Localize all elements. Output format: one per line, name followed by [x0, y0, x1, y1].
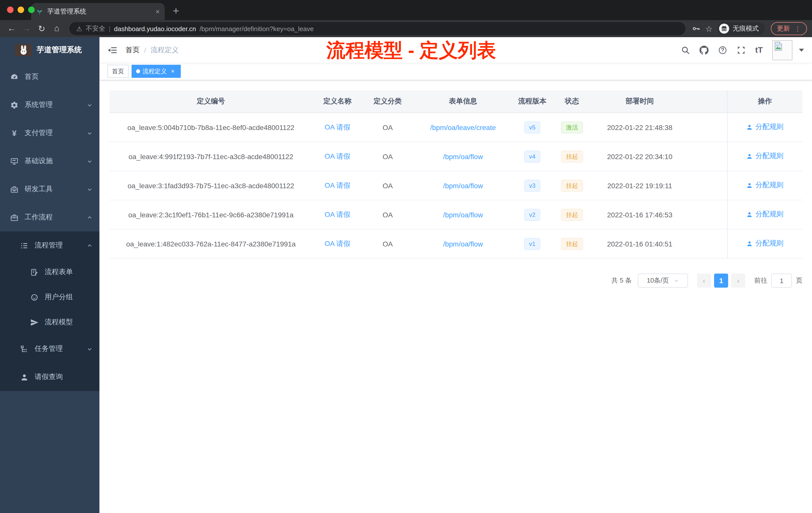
- sidebar-item-task-mgmt[interactable]: 任务管理: [0, 335, 99, 363]
- font-size-icon[interactable]: tT: [755, 46, 763, 55]
- prev-page-button[interactable]: ‹: [697, 274, 711, 288]
- url-path: /bpm/manager/definition?key=oa_leave: [200, 25, 678, 32]
- definition-name-link[interactable]: OA 请假: [325, 239, 350, 247]
- next-page-button[interactable]: ›: [731, 274, 745, 288]
- gear-icon: [10, 101, 19, 109]
- sidebar-item-home[interactable]: 首页: [0, 63, 99, 91]
- sidebar-item-label: 首页: [25, 72, 92, 81]
- goto-page-input[interactable]: [771, 274, 792, 288]
- cell-id: oa_leave:2:3c1f0ef1-76b1-11ec-9c66-a2380…: [110, 200, 312, 229]
- cell-id: oa_leave:5:004b710b-7b8a-11ec-8ef0-acde4…: [110, 113, 312, 142]
- sidebar-item-process-model[interactable]: 流程模型: [0, 310, 99, 335]
- org-tree-icon: [20, 344, 29, 353]
- tag-close-icon[interactable]: ×: [169, 68, 176, 75]
- person-icon: [20, 373, 29, 381]
- help-icon[interactable]: [718, 46, 727, 55]
- search-icon[interactable]: [681, 46, 690, 55]
- incognito-icon: [719, 24, 729, 34]
- cell-id: oa_leave:4:991f2193-7b7f-11ec-a3c8-acde4…: [110, 142, 312, 171]
- new-tab-button[interactable]: +: [173, 5, 179, 17]
- col-header-version: 流程版本: [513, 90, 551, 113]
- sidebar-item-process-form[interactable]: 流程表单: [0, 260, 99, 284]
- tab-title: 芋道管理系统: [47, 7, 152, 16]
- chevron-down-icon: [87, 130, 92, 136]
- form-link[interactable]: /bpm/oa/flow: [443, 181, 483, 189]
- back-icon[interactable]: ←: [5, 24, 18, 34]
- tab-close-icon[interactable]: ×: [156, 7, 160, 16]
- table-row: oa_leave:2:3c1f0ef1-76b1-11ec-9c66-a2380…: [110, 200, 803, 229]
- url-divider: |: [109, 25, 111, 32]
- sidebar-item-user-group[interactable]: 用户分组: [0, 284, 99, 310]
- sidebar-item-leave-query[interactable]: 请假查询: [0, 363, 99, 391]
- briefcase-icon: [10, 213, 19, 221]
- avatar-dropdown-caret-icon[interactable]: [799, 49, 804, 52]
- browser-tab[interactable]: 芋道管理系统 ×: [31, 3, 165, 20]
- close-window-button[interactable]: [7, 6, 13, 13]
- robot-face-icon: [30, 293, 39, 301]
- red-annotation-title: 流程模型 - 定义列表: [326, 40, 496, 60]
- assign-rule-link[interactable]: 分配规则: [747, 239, 784, 248]
- assign-rule-link[interactable]: 分配规则: [747, 152, 784, 161]
- document-edit-icon: [30, 268, 39, 276]
- chevron-up-icon: [87, 215, 92, 220]
- sidebar-item-label: 工作流程: [25, 213, 81, 222]
- sidebar-item-process-mgmt[interactable]: 流程管理: [0, 232, 99, 260]
- form-link[interactable]: /bpm/oa/flow: [443, 240, 483, 248]
- version-badge: v4: [524, 150, 540, 162]
- sidebar-collapse-icon[interactable]: [108, 45, 117, 55]
- cell-deploy-time: 2022-01-22 21:48:38: [592, 113, 687, 142]
- browser-update-button[interactable]: 更新 ⋮: [771, 22, 807, 35]
- breadcrumb-home[interactable]: 首页: [125, 46, 140, 55]
- col-header-deploy-time: 部署时间: [592, 90, 687, 113]
- tag-label: 流程定义: [143, 67, 167, 76]
- definition-name-link[interactable]: OA 请假: [325, 123, 350, 131]
- assign-rule-link[interactable]: 分配规则: [747, 210, 784, 219]
- col-header-name: 定义名称: [312, 90, 362, 113]
- sidebar-item-system[interactable]: 系统管理: [0, 91, 99, 119]
- password-key-icon[interactable]: [691, 24, 700, 33]
- sidebar-item-infra[interactable]: 基础设施: [0, 147, 99, 175]
- bookmark-star-icon[interactable]: ☆: [705, 24, 713, 33]
- assign-rule-link[interactable]: 分配规则: [747, 123, 784, 132]
- window-controls[interactable]: [7, 6, 35, 13]
- chevron-down-icon: [87, 346, 92, 352]
- sidebar-item-label: 系统管理: [25, 100, 81, 110]
- form-link[interactable]: /bpm/oa/flow: [443, 211, 483, 219]
- github-icon[interactable]: [699, 46, 708, 55]
- tag-home[interactable]: 首页: [108, 65, 128, 78]
- home-icon[interactable]: ⌂: [50, 24, 63, 34]
- cell-category: OA: [362, 113, 413, 142]
- definition-name-link[interactable]: OA 请假: [325, 210, 350, 218]
- sidebar-item-dev[interactable]: 研发工具: [0, 175, 99, 203]
- table-row: oa_leave:4:991f2193-7b7f-11ec-a3c8-acde4…: [110, 142, 803, 171]
- user-avatar-broken-image[interactable]: [772, 40, 792, 60]
- address-bar[interactable]: ⚠ 不安全 | dashboard.yudao.iocoder.cn/bpm/m…: [69, 22, 685, 35]
- list-tree-icon: [20, 241, 29, 250]
- cell-category: OA: [362, 200, 413, 229]
- tag-current[interactable]: 流程定义 ×: [132, 65, 181, 78]
- forward-icon[interactable]: →: [20, 24, 33, 34]
- assign-rule-link[interactable]: 分配规则: [747, 181, 784, 190]
- security-warning-icon[interactable]: ⚠: [76, 25, 82, 32]
- tags-view: 首页 流程定义 ×: [99, 63, 812, 80]
- form-link[interactable]: /bpm/oa/flow: [443, 152, 483, 160]
- definition-name-link[interactable]: OA 请假: [325, 181, 350, 189]
- sidebar-item-workflow[interactable]: 工作流程: [0, 203, 99, 232]
- minimize-window-button[interactable]: [18, 6, 24, 13]
- maximize-window-button[interactable]: [28, 6, 35, 13]
- reload-icon[interactable]: ↻: [35, 23, 48, 34]
- form-link[interactable]: /bpm/oa/leave/create: [430, 123, 496, 131]
- cell-deploy-time: 2022-01-16 17:46:53: [592, 200, 687, 229]
- version-badge: v5: [524, 121, 540, 133]
- definition-name-link[interactable]: OA 请假: [325, 152, 350, 160]
- page-buttons: ‹ 1 ›: [697, 274, 745, 288]
- browser-menu-kebab-icon[interactable]: ⋮: [794, 25, 801, 32]
- fullscreen-icon[interactable]: [737, 46, 746, 55]
- page-1-button[interactable]: 1: [714, 274, 728, 288]
- paper-plane-icon: [30, 318, 39, 327]
- page-size-select[interactable]: 10条/页: [638, 274, 688, 288]
- person-icon: [747, 182, 753, 189]
- version-badge: v2: [524, 209, 540, 221]
- sidebar-item-pay[interactable]: ¥ 支付管理: [0, 119, 99, 147]
- cell-deploy-time: 2022-01-16 01:40:51: [592, 229, 687, 258]
